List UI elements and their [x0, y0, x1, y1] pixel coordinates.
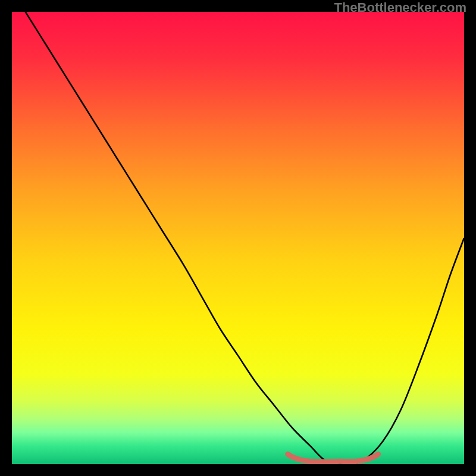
- curve-layer: [12, 12, 464, 464]
- plot-area: [12, 12, 464, 464]
- optimum-band: [288, 454, 378, 462]
- attribution-text: TheBottlenecker.com: [334, 0, 466, 15]
- bottleneck-curve: [12, 12, 464, 464]
- chart-frame: TheBottlenecker.com: [0, 0, 476, 476]
